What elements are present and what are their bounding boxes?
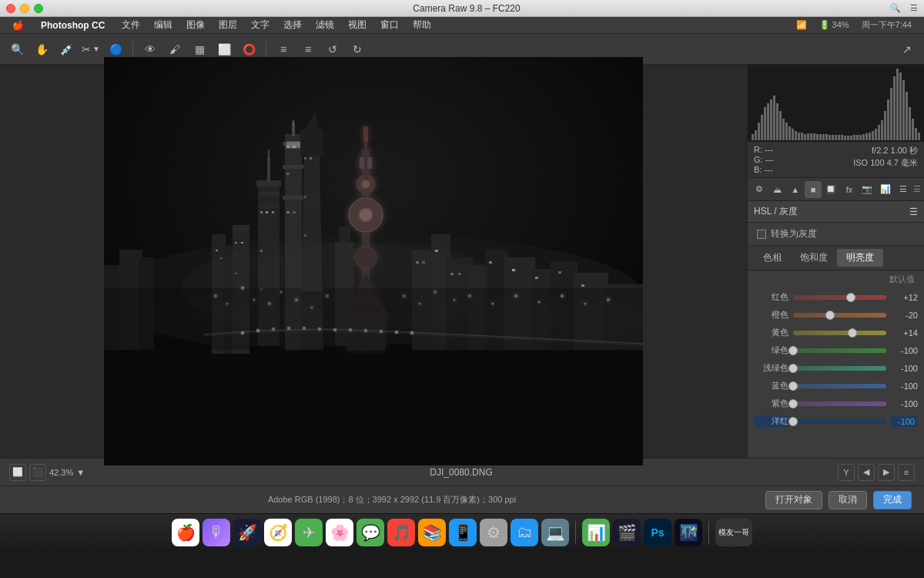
- tab-lens[interactable]: fx: [841, 181, 857, 198]
- prev-frame[interactable]: ◀: [858, 464, 875, 481]
- tab-detail[interactable]: ▲: [787, 181, 803, 198]
- slider-thumb-4[interactable]: [788, 364, 798, 373]
- slider-track-1[interactable]: [793, 313, 886, 318]
- svg-rect-132: [776, 103, 778, 140]
- status-bar: Adobe RGB (1998)；8 位；3992 x 2992 (11.9 百…: [0, 486, 924, 513]
- main-area: R: --- G: --- B: --- f/2.2 1.00 秒 ISO 10…: [0, 65, 924, 458]
- grayscale-row[interactable]: 转换为灰度: [748, 223, 924, 246]
- dock-finder[interactable]: 🍎: [172, 519, 199, 546]
- dock-moyou[interactable]: 模友一哥: [715, 519, 752, 546]
- tool-eyedropper[interactable]: 💉: [55, 39, 77, 60]
- dock-appstore[interactable]: 📱: [449, 519, 477, 546]
- menu-file[interactable]: 文件: [116, 17, 146, 33]
- menu-image[interactable]: 图像: [180, 17, 211, 33]
- svg-rect-49: [258, 192, 280, 197]
- svg-rect-147: [822, 134, 825, 140]
- canvas-area[interactable]: [0, 65, 747, 458]
- close-button[interactable]: [6, 4, 15, 13]
- svg-rect-45: [304, 196, 306, 198]
- slider-track-6[interactable]: [793, 402, 886, 406]
- svg-rect-150: [832, 135, 834, 140]
- dock-photos[interactable]: 🌸: [326, 519, 353, 546]
- tab-saturation[interactable]: 饱和度: [791, 249, 837, 267]
- dock-imovie[interactable]: 🎬: [613, 519, 641, 546]
- dock-photoshop[interactable]: Ps: [644, 519, 671, 546]
- svg-rect-46: [304, 234, 306, 237]
- hsl-panel-menu[interactable]: ☰: [909, 207, 918, 217]
- dock-safari[interactable]: 🧭: [264, 519, 292, 546]
- slider-track-7[interactable]: [793, 419, 886, 424]
- maximize-button[interactable]: [34, 4, 43, 13]
- menu-view[interactable]: 视图: [342, 17, 373, 33]
- dock-maps[interactable]: ✈: [295, 519, 323, 546]
- minimize-button[interactable]: [20, 4, 29, 13]
- menu-layer[interactable]: 图层: [213, 17, 243, 33]
- tab-basic[interactable]: ⚙: [751, 181, 767, 198]
- menu-text[interactable]: 文字: [245, 17, 276, 33]
- tab-presets[interactable]: ☰: [896, 181, 912, 198]
- search-icon[interactable]: 🔍: [890, 3, 901, 13]
- cancel-button[interactable]: 取消: [829, 491, 867, 509]
- slider-track-3[interactable]: [793, 348, 886, 353]
- dock-finder2[interactable]: 🗂: [511, 519, 538, 546]
- sliders-container: 红色 +12 橙色 -20 黄色 +14 绿色 -100 浅绿色: [748, 288, 924, 430]
- slider-row-1: 橙色 -20: [748, 306, 924, 324]
- zoom-icon[interactable]: ⬛: [29, 464, 46, 481]
- menu-window[interactable]: 窗口: [374, 17, 405, 33]
- save-image-button[interactable]: 打开对象: [765, 491, 822, 509]
- tab-hsl[interactable]: ■: [805, 181, 821, 198]
- tab-camera-cal[interactable]: 📊: [877, 181, 893, 198]
- grayscale-checkbox[interactable]: [757, 230, 766, 239]
- slider-thumb-7[interactable]: [788, 417, 798, 426]
- dock-numbers[interactable]: 📊: [582, 519, 610, 546]
- slider-track-5[interactable]: [793, 384, 886, 388]
- svg-rect-65: [235, 242, 237, 244]
- svg-rect-133: [779, 111, 782, 140]
- tab-luminance[interactable]: 明亮度: [837, 249, 883, 267]
- dock-messages[interactable]: 💬: [357, 519, 384, 546]
- menu-edit[interactable]: 编辑: [148, 17, 179, 33]
- grayscale-label: 转换为灰度: [771, 227, 817, 240]
- dock-launchpad[interactable]: 🚀: [233, 519, 261, 546]
- menu-select[interactable]: 选择: [277, 17, 308, 33]
- view-toggle[interactable]: Y: [838, 464, 855, 481]
- slider-thumb-5[interactable]: [788, 381, 798, 391]
- tab-hue[interactable]: 色相: [754, 249, 791, 267]
- slider-thumb-1[interactable]: [825, 311, 835, 320]
- tab-effects[interactable]: 📷: [859, 181, 875, 198]
- app-menu[interactable]: 🍎: [6, 18, 30, 32]
- slider-thumb-3[interactable]: [788, 346, 798, 355]
- dock-files[interactable]: 💻: [541, 519, 569, 546]
- tab-split-tone[interactable]: 🔲: [823, 181, 839, 198]
- svg-rect-87: [581, 284, 584, 287]
- svg-rect-136: [788, 126, 791, 140]
- dock-settings[interactable]: ⚙: [480, 519, 507, 546]
- svg-rect-142: [807, 133, 809, 140]
- menu-icon[interactable]: ☰: [910, 3, 918, 13]
- export-button[interactable]: ↗: [896, 39, 918, 60]
- tab-tone-curve[interactable]: ⛰: [768, 181, 785, 198]
- slider-track-2[interactable]: [793, 331, 886, 335]
- dock-books[interactable]: 📚: [418, 519, 446, 546]
- slider-track-4[interactable]: [793, 366, 886, 371]
- menu-filter[interactable]: 滤镜: [310, 17, 340, 33]
- next-frame[interactable]: ▶: [878, 464, 895, 481]
- slider-thumb-0[interactable]: [846, 293, 855, 302]
- svg-rect-144: [813, 133, 815, 140]
- dock-wallpaper[interactable]: 🌃: [675, 519, 702, 546]
- dock-siri[interactable]: 🎙: [203, 519, 230, 546]
- tool-hand[interactable]: ✋: [31, 39, 52, 60]
- done-button[interactable]: 完成: [873, 491, 912, 509]
- zoom-dropdown[interactable]: ▼: [76, 468, 85, 477]
- fit-icon[interactable]: ⬜: [9, 464, 26, 481]
- slider-track-0[interactable]: [793, 295, 886, 300]
- slider-thumb-2[interactable]: [848, 328, 857, 338]
- menu-help[interactable]: 帮助: [407, 17, 437, 33]
- tool-zoom[interactable]: 🔍: [6, 39, 28, 60]
- panel-menu[interactable]: ☰: [913, 184, 921, 194]
- settings-icon[interactable]: ≡: [898, 464, 915, 481]
- dock-music[interactable]: 🎵: [387, 519, 415, 546]
- battery-icon: 🔋 34%: [819, 20, 849, 30]
- tool-crop-group[interactable]: ✂▼: [80, 39, 102, 60]
- slider-thumb-6[interactable]: [788, 399, 798, 408]
